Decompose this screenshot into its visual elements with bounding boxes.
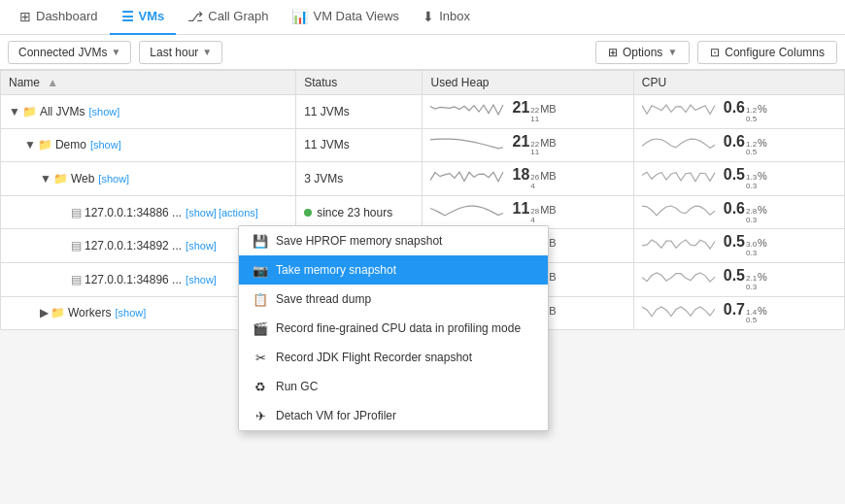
toolbar-right: ⊞ Options ▼ ⊡ Configure Columns	[595, 41, 837, 64]
menu-item-save-thread[interactable]: 📋Save thread dump	[239, 285, 548, 314]
folder-icon: 📁	[53, 172, 68, 185]
cell-heap-web: 18 26 4 MB	[422, 162, 633, 196]
show-link[interactable]: [show]	[186, 207, 217, 218]
menu-item-detach-vm[interactable]: ✈Detach VM for JProfiler	[239, 401, 548, 430]
cell-status-all-jvms: 11 JVMs	[296, 95, 422, 129]
nav-dashboard[interactable]: ⊞ Dashboard	[8, 0, 110, 35]
cpu-unit: %	[758, 170, 767, 182]
menu-icon-record-cpu: 🎬	[253, 320, 268, 336]
menu-item-run-gc[interactable]: ♻Run GC	[239, 372, 548, 401]
col-header-heap[interactable]: Used Heap	[422, 71, 633, 95]
cpu-value-main: 0.6	[724, 99, 745, 117]
cell-cpu-workers: 0.7 1.4 0.5 %	[633, 296, 844, 330]
menu-icon-run-gc: ♻	[253, 379, 268, 394]
cell-status-demo: 11 JVMs	[296, 128, 422, 162]
heap-sparkline	[430, 101, 508, 121]
menu-label-take-memory: Take memory snapshot	[276, 263, 396, 277]
col-header-cpu[interactable]: CPU	[633, 71, 844, 95]
show-link[interactable]: [show]	[89, 106, 120, 118]
connected-jvms-label: Connected JVMs	[18, 46, 107, 59]
actions-link[interactable]: [actions]	[219, 207, 258, 218]
table-header-row: Name ▲ Status Used Heap CPU	[1, 71, 845, 95]
cell-status-jvm1: since 23 hours	[296, 195, 422, 229]
menu-label-save-thread: Save thread dump	[276, 292, 371, 306]
nav-vm-data-views[interactable]: 📊 VM Data Views	[280, 0, 411, 35]
folder-icon: 📁	[22, 105, 37, 118]
folder-icon: 📁	[51, 306, 65, 319]
table-row: ▼📁Demo[show]11 JVMs 21 22 11 MB 0.6 1.2 …	[1, 128, 845, 162]
row-name: 127.0.0.1:34896 ...	[84, 273, 182, 286]
vm-icon: ▤	[71, 206, 82, 219]
expand-icon[interactable]: ▼	[24, 138, 36, 151]
cpu-value-sup: 2.1 0.3	[746, 275, 757, 292]
cpu-value-sup: 1.2 0.5	[746, 107, 757, 124]
vm-icon: ▤	[71, 239, 82, 252]
cpu-sparkline	[642, 202, 720, 222]
vm-data-views-icon: 📊	[291, 9, 308, 24]
show-link[interactable]: [show]	[90, 139, 121, 151]
cpu-unit: %	[758, 103, 767, 115]
nav-vms[interactable]: ☰ VMs	[110, 0, 177, 35]
cpu-value-main: 0.5	[724, 233, 745, 251]
menu-label-run-gc: Run GC	[276, 380, 318, 393]
expand-icon[interactable]: ▼	[40, 172, 51, 185]
heap-value-sup: 22 11	[530, 107, 539, 124]
heap-sparkline	[430, 135, 508, 155]
cell-name-jvm1: ▤127.0.0.1:34886 ...[show][actions]	[1, 195, 296, 229]
row-name: Web	[71, 172, 94, 185]
dashboard-icon: ⊞	[19, 9, 31, 24]
cpu-sparkline	[642, 135, 720, 155]
cpu-value-main: 0.7	[724, 301, 745, 319]
inbox-icon: ⬇	[422, 9, 434, 24]
nav-vms-label: VMs	[139, 9, 165, 23]
status-text: 11 JVMs	[304, 105, 350, 118]
menu-item-record-jdk[interactable]: ✂Record JDK Flight Recorder snapshot	[239, 343, 548, 372]
heap-unit: MB	[540, 170, 557, 182]
connected-jvms-dropdown[interactable]: Connected JVMs ▼	[8, 41, 131, 64]
main-content: Name ▲ Status Used Heap CPU ▼📁All JVMs[s…	[0, 70, 845, 330]
row-name: Demo	[55, 138, 86, 151]
options-button[interactable]: ⊞ Options ▼	[595, 41, 690, 64]
cpu-sparkline	[642, 269, 720, 289]
status-dot: since 23 hours	[304, 206, 392, 219]
expand-icon[interactable]: ▶	[40, 306, 49, 319]
show-link[interactable]: [show]	[186, 274, 217, 286]
heap-value-main: 18	[512, 166, 529, 184]
menu-item-save-hprof[interactable]: 💾Save HPROF memory snapshot	[239, 226, 548, 255]
table-row: ▤127.0.0.1:34886 ...[show][actions]since…	[1, 195, 845, 229]
cell-name-demo: ▼📁Demo[show]	[1, 128, 296, 162]
cell-status-web: 3 JVMs	[296, 162, 422, 196]
heap-value-main: 11	[512, 200, 529, 218]
col-header-status[interactable]: Status	[296, 71, 422, 95]
col-header-name[interactable]: Name ▲	[1, 71, 296, 95]
call-graph-icon: ⎇	[187, 9, 203, 24]
options-label: Options	[623, 46, 662, 59]
nav-inbox[interactable]: ⬇ Inbox	[411, 0, 482, 35]
cpu-value-main: 0.6	[724, 133, 745, 151]
cpu-sparkline	[642, 236, 720, 256]
menu-icon-save-hprof: 💾	[253, 233, 268, 249]
time-filter-label: Last hour	[150, 46, 198, 59]
show-link[interactable]: [show]	[115, 307, 146, 319]
menu-item-take-memory[interactable]: 📷Take memory snapshot	[239, 255, 548, 285]
expand-icon[interactable]: ▼	[9, 105, 20, 118]
row-name: 127.0.0.1:34892 ...	[84, 239, 182, 252]
cpu-sparkline	[642, 303, 720, 323]
menu-item-record-cpu[interactable]: 🎬Record fine-grained CPU data in profili…	[239, 314, 548, 343]
nav-dashboard-label: Dashboard	[36, 9, 98, 23]
configure-columns-label: Configure Columns	[725, 46, 825, 59]
heap-value-sup: 26 4	[530, 174, 539, 191]
heap-value-sup: 28 4	[530, 208, 539, 225]
nav-inbox-label: Inbox	[439, 9, 470, 23]
time-filter-dropdown[interactable]: Last hour ▼	[139, 41, 222, 64]
chevron-down-icon: ▼	[667, 47, 677, 57]
cpu-value-sup: 3.0 0.3	[746, 241, 757, 258]
show-link[interactable]: [show]	[98, 173, 129, 185]
chevron-down-icon: ▼	[202, 47, 212, 57]
row-name: All JVMs	[40, 105, 85, 118]
chevron-down-icon: ▼	[111, 47, 120, 57]
nav-call-graph[interactable]: ⎇ Call Graph	[176, 0, 280, 35]
nav-vm-data-views-label: VM Data Views	[313, 9, 399, 23]
show-link[interactable]: [show]	[186, 240, 217, 252]
configure-columns-button[interactable]: ⊡ Configure Columns	[697, 41, 837, 64]
